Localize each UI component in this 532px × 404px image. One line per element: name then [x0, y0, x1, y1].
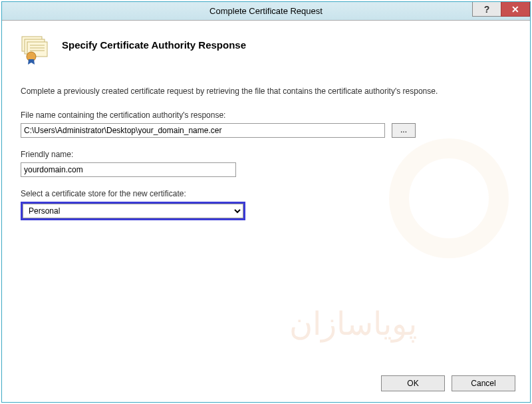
watermark-text: پویاسازان — [289, 305, 417, 342]
store-select-highlight: Personal — [21, 202, 245, 220]
header-section: Specify Certificate Authority Response — [2, 21, 530, 79]
description-text: Complete a previously created certificat… — [21, 86, 511, 97]
certificate-icon — [18, 34, 50, 66]
watermark: پویاسازان — [289, 305, 417, 342]
file-field-group: File name containing the certification a… — [21, 110, 511, 138]
page-heading: Specify Certificate Authority Response — [62, 39, 246, 51]
store-field-group: Select a certificate store for the new c… — [21, 189, 511, 220]
dialog-footer: OK Cancel — [381, 375, 515, 391]
file-path-input[interactable] — [21, 123, 385, 138]
ok-button[interactable]: OK — [381, 375, 445, 391]
store-label: Select a certificate store for the new c… — [21, 189, 511, 198]
titlebar: Complete Certificate Request ? ✕ — [2, 2, 530, 21]
browse-button[interactable]: ... — [392, 123, 416, 138]
friendly-label: Friendly name: — [21, 150, 511, 159]
help-icon: ? — [484, 4, 490, 15]
file-field-row: ... — [21, 123, 511, 138]
dialog-window: Complete Certificate Request ? ✕ Specif — [1, 1, 531, 403]
close-icon: ✕ — [511, 4, 519, 15]
cancel-button[interactable]: Cancel — [452, 375, 515, 391]
close-button[interactable]: ✕ — [501, 2, 530, 17]
window-title: Complete Certificate Request — [209, 6, 323, 16]
help-button[interactable]: ? — [472, 2, 501, 17]
friendly-field-group: Friendly name: — [21, 150, 511, 177]
certificate-store-select[interactable]: Personal — [23, 204, 243, 218]
friendly-name-input[interactable] — [21, 162, 236, 177]
file-label: File name containing the certification a… — [21, 110, 511, 120]
titlebar-buttons: ? ✕ — [473, 2, 530, 20]
dialog-content: Complete a previously created certificat… — [2, 79, 530, 220]
